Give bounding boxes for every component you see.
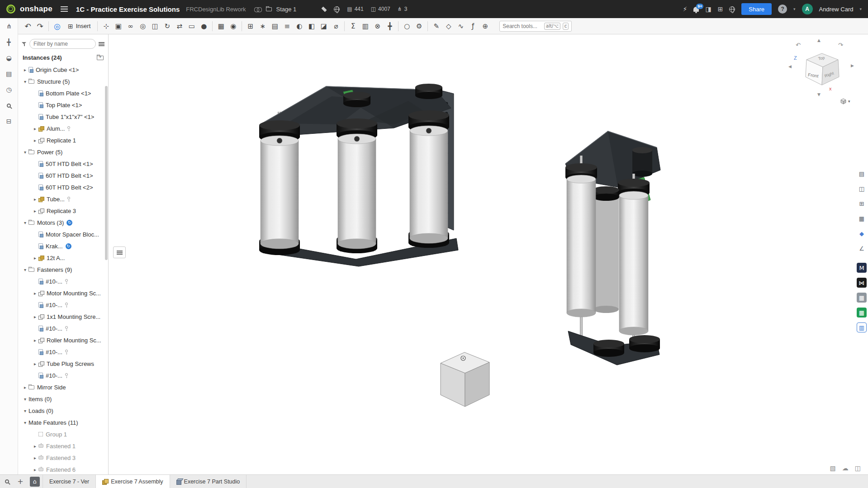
home-tab-button[interactable]: ⌂	[30, 477, 40, 487]
caret-right-icon[interactable]: ▸	[32, 338, 38, 343]
panel-layout-icon[interactable]: ◨	[705, 5, 711, 13]
filter-input[interactable]	[29, 39, 96, 49]
tree-item-motor-mounting-sc[interactable]: ▸Motor Mounting Sc...	[18, 287, 108, 299]
revolute-mate-icon[interactable]: ↻	[161, 20, 173, 32]
section-view-icon[interactable]: ◪	[318, 20, 330, 32]
circular-pattern-icon[interactable]: ◉	[227, 20, 239, 32]
snap-mode-icon[interactable]: ◎	[137, 20, 149, 32]
tree-item-bottom-plate-1[interactable]: Bottom Plate <1>	[18, 87, 108, 99]
caret-right-icon[interactable]: ▸	[32, 455, 38, 460]
onshape-logo-text[interactable]: onshape	[20, 5, 52, 14]
sheets-app-icon[interactable]: ▦	[857, 308, 867, 317]
stat-views[interactable]: ▤ 441	[347, 6, 363, 12]
tree-item-10[interactable]: #10-...	[18, 346, 108, 358]
columns-app-icon[interactable]: ▥	[857, 322, 867, 332]
features-panel-toggle[interactable]	[113, 246, 126, 258]
extra-tools-icon[interactable]: ⊕	[479, 20, 491, 32]
named-positions-icon[interactable]: ≡	[281, 20, 293, 32]
tree-item-10[interactable]: #10-...	[18, 275, 108, 287]
sketch-icon[interactable]: ✎	[430, 20, 442, 32]
tree-item-tube-plug-screws[interactable]: ▸Tube Plug Screws	[18, 358, 108, 370]
caret-right-icon[interactable]: ▸	[32, 291, 38, 296]
comments-icon[interactable]: ◒	[4, 52, 14, 63]
caret-down-icon[interactable]: ▾	[22, 267, 28, 272]
help-caret-icon[interactable]: ▾	[793, 7, 796, 11]
tree-item-origin-cube-1[interactable]: ▸Origin Cube <1>	[18, 64, 108, 76]
properties-icon[interactable]: ⊟	[4, 116, 14, 127]
tree-item-fastened-3[interactable]: ▸Fastened 3	[18, 452, 108, 464]
planar-mate-icon[interactable]: ▭	[185, 20, 198, 32]
tree-item-fastened-6[interactable]: ▸Fastened 6	[18, 464, 108, 474]
mate-icon[interactable]: ⊹	[100, 20, 112, 32]
tree-item-fasteners-9[interactable]: ▾Fasteners (9)	[18, 264, 108, 275]
document-title[interactable]: 1C - Practice Exercise Solutions	[76, 5, 180, 13]
rotate-right-arrow[interactable]: ▶	[851, 63, 854, 68]
user-avatar[interactable]: A	[802, 4, 813, 14]
caret-right-icon[interactable]: ▸	[32, 138, 38, 143]
onshape-logo-icon[interactable]	[6, 5, 15, 14]
tree-item-50t-htd-belt-1[interactable]: 50T HTD Belt <1>	[18, 158, 108, 170]
caret-right-icon[interactable]: ▸	[32, 467, 38, 472]
tree-item-10[interactable]: #10-...	[18, 370, 108, 381]
view-menu-button[interactable]: ▾	[840, 98, 850, 104]
appearance-icon[interactable]: ◧	[305, 20, 318, 32]
tab-exercise-7-part-studio[interactable]: Exercise 7 Part Studio	[170, 475, 247, 488]
rotate-up-arrow[interactable]: ▲	[817, 38, 821, 43]
add-folder-icon[interactable]	[97, 56, 104, 60]
main-menu-icon[interactable]	[61, 6, 68, 12]
caret-right-icon[interactable]: ▸	[32, 361, 38, 366]
share-button[interactable]: Share	[741, 3, 772, 15]
caret-right-icon[interactable]: ▸	[22, 385, 28, 390]
caret-right-icon[interactable]: ▸	[32, 208, 38, 213]
linear-pattern-icon[interactable]: ▦	[215, 20, 227, 32]
insert-reference-icon[interactable]: ╋	[4, 37, 14, 47]
tree-item-replicate-1[interactable]: ▸Replicate 1	[18, 134, 108, 146]
ai-assistant-icon[interactable]: ⚡	[683, 5, 688, 13]
right-assembly-model[interactable]	[564, 128, 663, 366]
tree-item-structure-5[interactable]: ▾Structure (5)	[18, 76, 108, 87]
grid-app-icon[interactable]: ▦	[857, 293, 867, 303]
add-tab-button[interactable]: +	[14, 475, 27, 488]
measure-panel-icon[interactable]: ∠	[857, 243, 867, 253]
tree-item-mirror-side[interactable]: ▸Mirror Side	[18, 381, 108, 393]
caret-right-icon[interactable]: ▸	[32, 314, 38, 319]
interference-icon[interactable]: ⊗	[371, 20, 384, 32]
caret-right-icon[interactable]: ▸	[22, 67, 28, 72]
caret-right-icon[interactable]: ▸	[32, 256, 38, 261]
ball-mate-icon[interactable]: ●	[198, 20, 210, 32]
documents-panel-icon[interactable]: ▤	[857, 169, 867, 179]
mate-relation-icon[interactable]: ∞	[124, 20, 137, 32]
motor-body[interactable]	[632, 150, 652, 174]
cloud-sync-icon[interactable]: ☁	[842, 464, 849, 472]
search-parts-icon[interactable]	[4, 100, 14, 111]
tree-item-12t-a[interactable]: ▸12t A...	[18, 252, 108, 264]
featurescript-icon[interactable]: ƒ	[467, 20, 479, 32]
app-grid-icon[interactable]: ⊞	[718, 5, 723, 13]
tree-item-group-1[interactable]: Group 1	[18, 428, 108, 440]
3d-viewport[interactable]: ▲ ↶ ↷ ◀ ▶ ▼ Z x Top Front Right	[109, 34, 868, 474]
history-icon[interactable]: ◷	[4, 84, 14, 95]
caret-down-icon[interactable]: ▾	[22, 220, 28, 225]
tree-item-roller-mounting-sc[interactable]: ▸Roller Mounting Sc...	[18, 334, 108, 346]
breadcrumb[interactable]: Stage 1	[276, 6, 297, 13]
rotate-ccw-icon[interactable]: ↶	[796, 42, 801, 48]
mass-properties-icon[interactable]: Σ	[347, 20, 359, 32]
explode-icon[interactable]: ∗	[256, 20, 269, 32]
tree-item-power-5[interactable]: ▾Power (5)	[18, 146, 108, 158]
rollers[interactable]	[261, 126, 448, 249]
tree-item-items-0[interactable]: ▾Items (0)	[18, 393, 108, 405]
left-assembly-model[interactable]	[259, 80, 461, 268]
sidebar-scrollbar[interactable]	[105, 86, 108, 260]
stat-copies[interactable]: ◫ 4007	[371, 6, 390, 12]
tree-item-60t-htd-belt-1[interactable]: 60T HTD Belt <1>	[18, 170, 108, 181]
replicate-icon[interactable]: ⊞	[244, 20, 256, 32]
caret-down-icon[interactable]: ▾	[22, 150, 28, 155]
fastened-mate-icon[interactable]: ◫	[149, 20, 161, 32]
language-globe-icon[interactable]	[729, 6, 735, 12]
caret-down-icon[interactable]: ▾	[22, 408, 28, 413]
tree-item-fastened-1[interactable]: ▸Fastened 1	[18, 440, 108, 452]
belts-icon[interactable]: ○	[401, 20, 413, 32]
list-view-options-icon[interactable]	[99, 42, 104, 46]
tree-item-motors-3[interactable]: ▾Motors (3)↻	[18, 217, 108, 228]
caret-right-icon[interactable]: ▸	[32, 197, 38, 202]
